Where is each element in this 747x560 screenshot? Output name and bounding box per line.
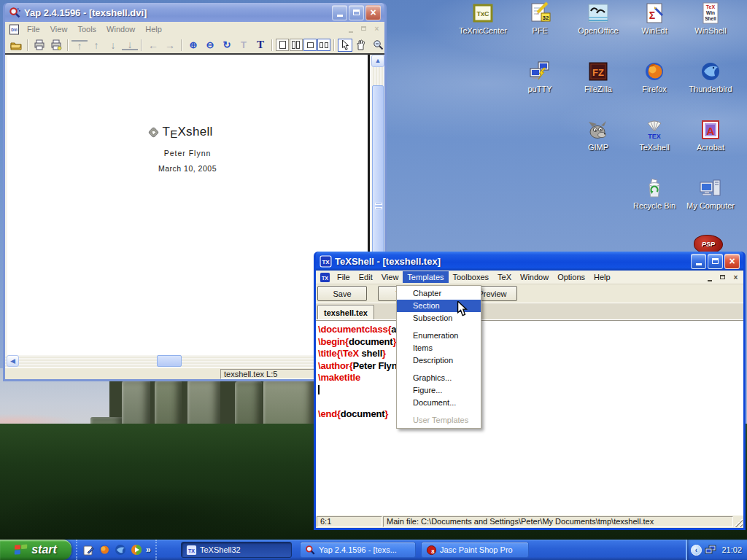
texshell-mdi-minimize-button[interactable] (704, 272, 715, 282)
texshell-mdi-restore-button[interactable] (717, 272, 728, 282)
magnifier-tool-icon[interactable] (370, 38, 386, 52)
quick-launch-firefox-icon[interactable] (98, 543, 111, 556)
menu-tex[interactable]: TeX (493, 271, 516, 283)
svg-text:TX: TX (188, 548, 195, 553)
select-tool-icon[interactable] (338, 39, 352, 52)
yap-menu-file[interactable]: File (22, 23, 45, 35)
yap-minimize-button[interactable] (332, 5, 347, 20)
menu-toolboxes[interactable]: Toolboxes (449, 271, 494, 283)
continuous-facing-view-icon[interactable] (317, 39, 330, 51)
windows-flag-icon (15, 544, 28, 556)
menu-file[interactable]: File (333, 271, 355, 283)
menu-help[interactable]: Help (589, 271, 615, 283)
desktop-icon-thunderbird[interactable]: Thunderbird (683, 60, 738, 93)
open-file-icon[interactable] (8, 38, 24, 52)
print-icon[interactable] (31, 38, 47, 52)
quick-launch-thunderbird-icon[interactable] (114, 543, 127, 556)
forward-icon[interactable]: → (162, 38, 178, 52)
print-range-icon[interactable] (48, 38, 64, 52)
putty-icon (528, 60, 551, 83)
yap-close-button[interactable]: × (365, 5, 381, 20)
quick-launch-overflow-chevron[interactable]: » (146, 545, 151, 555)
desktop-icon-pfe[interactable]: 32 PFE (512, 1, 568, 35)
yap-maximize-button[interactable] (349, 5, 364, 20)
zoom-out-icon[interactable]: ⊖ (202, 38, 218, 52)
menu-view[interactable]: View (377, 271, 403, 283)
taskbar-button-texshell32[interactable]: TX TeXShell32 (181, 542, 292, 558)
desktop-icon-firefox[interactable]: Firefox (627, 60, 682, 93)
menu-item-enumeration[interactable]: Enumeration (397, 330, 481, 342)
tray-collapse-chevron[interactable]: ‹ (691, 545, 702, 556)
yap-titlebar[interactable]: Yap 2.4.1596 - [texshell.dvi] × (5, 3, 384, 22)
desktop-icon-winshell[interactable]: TeXWinShell WinShell (683, 1, 738, 35)
text-outline-mode-icon[interactable]: T (236, 38, 252, 52)
start-button[interactable]: start (0, 540, 71, 560)
menu-item-graphics[interactable]: Graphics... (397, 372, 481, 384)
desktop-icon-recycle-bin[interactable]: Recycle Bin (627, 176, 682, 210)
menu-item-chapter[interactable]: Chapter (397, 287, 481, 300)
back-icon[interactable]: ← (145, 38, 161, 52)
wallpaper-stone (155, 381, 182, 430)
continuous-view-icon[interactable] (303, 39, 317, 51)
menu-options[interactable]: Options (553, 271, 589, 283)
texshell-icon: TEX (643, 118, 666, 141)
yap-menu-window[interactable]: Window (101, 23, 140, 35)
menu-templates[interactable]: Templates (403, 271, 448, 283)
texshell-titlebar[interactable]: TX TeXShell - [texshell.tex] × (316, 252, 743, 271)
refresh-icon[interactable]: ↻ (219, 38, 235, 52)
desktop-icon-texshell[interactable]: TEX TeXshell (627, 118, 682, 152)
desktop-icon-gimp[interactable]: GIMP (570, 118, 626, 152)
gimp-icon (587, 118, 610, 141)
menu-item-subsection[interactable]: Subsection (397, 312, 481, 324)
texshell-mdi-close-button[interactable]: × (730, 272, 741, 282)
menu-item-section[interactable]: Section (397, 300, 481, 312)
menu-item-document[interactable]: Document... (397, 397, 481, 409)
first-page-icon[interactable]: ↑ (71, 40, 88, 50)
menu-item-items[interactable]: Items (397, 342, 481, 354)
scroll-up-arrow[interactable]: ▲ (371, 55, 384, 67)
tab-texshell-tex[interactable]: texshell.tex (317, 305, 374, 319)
menu-edit[interactable]: Edit (355, 271, 377, 283)
network-tray-icon[interactable] (705, 544, 716, 556)
yap-mdi-minimize-button[interactable] (345, 23, 356, 34)
zoom-in-icon[interactable]: ⊕ (185, 38, 201, 52)
last-page-icon[interactable]: ↓ (122, 40, 138, 50)
openoffice-icon (587, 1, 610, 25)
texshell-close-button[interactable]: × (724, 254, 740, 269)
hand-tool-icon[interactable] (353, 38, 369, 52)
texshell-minimize-button[interactable] (691, 254, 706, 269)
yap-menu-tools[interactable]: Tools (72, 23, 101, 35)
texshell-app-icon: TX (320, 255, 332, 268)
menu-window[interactable]: Window (516, 271, 553, 283)
previous-page-icon[interactable]: ↑ (88, 38, 104, 52)
next-page-icon[interactable]: ↓ (105, 38, 121, 52)
save-button[interactable]: Save (317, 286, 367, 301)
menu-item-figure[interactable]: Figure... (397, 384, 481, 397)
texshell-editor[interactable]: \documentclass{article}\begin{document}\… (316, 320, 743, 516)
desktop-icon-openoffice[interactable]: OpenOffice (570, 1, 626, 35)
desktop-icon-texniccenter[interactable]: TxC TeXnicCenter (455, 1, 511, 35)
yap-hscroll-thumb[interactable] (157, 355, 182, 367)
show-desktop-icon[interactable] (82, 543, 95, 556)
texshell-window-title: TeXShell - [texshell.tex] (335, 256, 691, 267)
media-player-icon[interactable] (130, 543, 143, 556)
text-render-mode-icon[interactable]: T (252, 38, 268, 52)
desktop-icon-acrobat[interactable]: A Acrobat (683, 118, 738, 152)
resize-grip[interactable] (734, 518, 743, 527)
mouse-cursor-icon (457, 301, 468, 316)
facing-page-view-icon[interactable] (290, 39, 303, 51)
menu-item-description[interactable]: Description (397, 354, 481, 367)
yap-menu-help[interactable]: Help (140, 23, 167, 35)
yap-mdi-close-button[interactable]: × (371, 23, 382, 34)
yap-mdi-restore-button[interactable] (358, 23, 369, 34)
desktop-icon-putty[interactable]: puTTY (512, 60, 568, 93)
taskbar-button-yap[interactable]: Yap 2.4.1596 - [texs... (300, 542, 416, 558)
single-page-view-icon[interactable] (276, 39, 289, 51)
desktop-icon-filezilla[interactable]: FZ FileZilla (570, 60, 626, 93)
scroll-left-arrow[interactable]: ◀ (7, 355, 19, 367)
texshell-maximize-button[interactable] (708, 254, 723, 269)
yap-menu-view[interactable]: View (45, 23, 73, 35)
desktop-icon-winedt[interactable]: Σ WinEdt (627, 1, 682, 35)
desktop-icon-my-computer[interactable]: My Computer (683, 176, 738, 210)
taskbar-button-paintshop[interactable]: 8 Jasc Paint Shop Pro (421, 542, 529, 558)
